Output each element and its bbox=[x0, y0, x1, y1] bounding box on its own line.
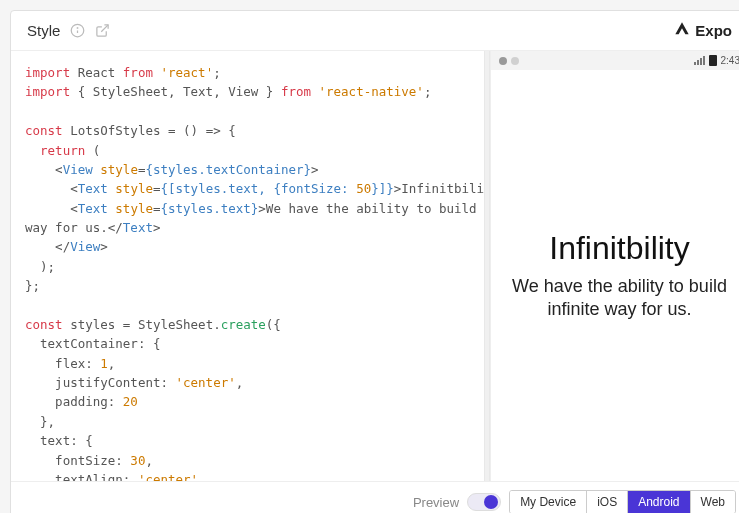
battery-icon bbox=[709, 55, 717, 66]
external-link-icon[interactable] bbox=[95, 23, 110, 38]
expo-brand[interactable]: Expo bbox=[674, 21, 732, 40]
svg-line-3 bbox=[102, 25, 109, 32]
toggle-knob-icon bbox=[484, 495, 498, 509]
info-icon[interactable] bbox=[70, 23, 85, 38]
device-content: Infinitbility We have the ability to bui… bbox=[491, 70, 739, 481]
tab-android[interactable]: Android bbox=[628, 491, 690, 513]
platform-tabs: My Device iOS Android Web bbox=[509, 490, 736, 513]
page-title: Style bbox=[27, 22, 60, 39]
footer-bar: Preview My Device iOS Android Web bbox=[11, 481, 739, 513]
preview-pane: 2:43 Infinitbility We have the ability t… bbox=[490, 51, 739, 481]
snack-container: Style Expo import React from 'react'; im… bbox=[10, 10, 739, 513]
preview-label: Preview bbox=[413, 495, 459, 510]
preview-heading: Infinitbility bbox=[549, 230, 690, 267]
dot-icon bbox=[511, 57, 519, 65]
signal-icon bbox=[694, 56, 705, 65]
header-left: Style bbox=[27, 22, 110, 39]
header-bar: Style Expo bbox=[11, 11, 739, 51]
svg-point-2 bbox=[78, 28, 79, 29]
code-editor[interactable]: import React from 'react'; import { Styl… bbox=[11, 51, 484, 481]
expo-logo-icon bbox=[674, 21, 690, 40]
expo-brand-label: Expo bbox=[695, 22, 732, 39]
device-indicator-dots bbox=[499, 57, 519, 65]
tab-my-device[interactable]: My Device bbox=[510, 491, 587, 513]
main-area: import React from 'react'; import { Styl… bbox=[11, 51, 739, 481]
tab-web[interactable]: Web bbox=[691, 491, 735, 513]
dot-icon bbox=[499, 57, 507, 65]
preview-subtext: We have the ability to build infinite wa… bbox=[503, 275, 736, 322]
preview-toggle[interactable] bbox=[467, 493, 501, 511]
status-icons: 2:43 bbox=[694, 55, 739, 66]
device-statusbar: 2:43 bbox=[491, 51, 739, 70]
status-time: 2:43 bbox=[721, 55, 739, 66]
tab-ios[interactable]: iOS bbox=[587, 491, 628, 513]
